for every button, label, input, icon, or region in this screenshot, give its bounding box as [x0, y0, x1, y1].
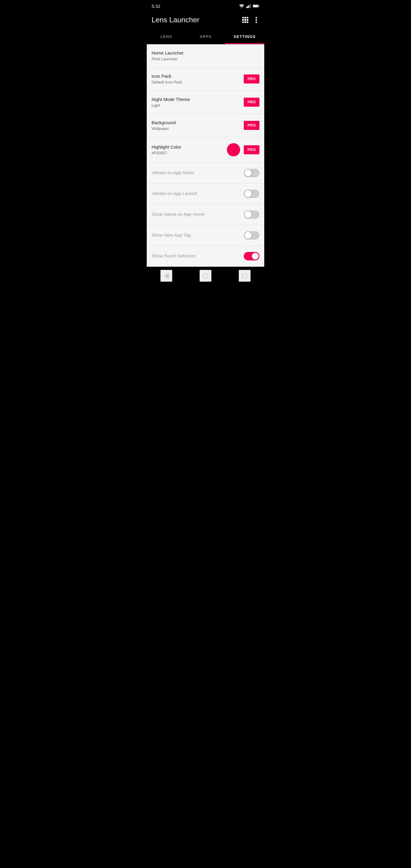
toggle-thumb-vibrate-launch — [245, 190, 251, 197]
toggle-new-app-tag[interactable] — [244, 231, 259, 240]
setting-title-show-name: Show Name on App Hover — [152, 212, 244, 217]
tab-settings[interactable]: SETTINGS — [225, 30, 264, 44]
setting-item-vibrate-launch[interactable]: Vibrate on App Launch — [147, 184, 264, 204]
setting-text-vibrate-launch: Vibrate on App Launch — [152, 191, 244, 197]
setting-title-night-mode: Night Mode Theme — [152, 97, 244, 102]
highlight-color-swatch — [227, 143, 240, 156]
setting-title-vibrate-hover: Vibrate on App Hover — [152, 170, 244, 175]
toggle-thumb-touch-selection — [252, 253, 258, 259]
app-bar: Lens Launcher — [147, 12, 264, 30]
svg-rect-3 — [248, 5, 249, 8]
grid-icon — [242, 17, 248, 23]
back-icon — [164, 273, 169, 279]
pro-badge-background: PRO — [244, 121, 259, 130]
toggle-show-name[interactable] — [244, 210, 259, 219]
pro-badge-icon-pack: PRO — [244, 74, 259, 84]
setting-text-show-name: Show Name on App Hover — [152, 212, 244, 218]
setting-text-touch-selection: Show Touch Selection — [152, 253, 244, 259]
setting-text-new-app-tag: Show New App Tag — [152, 232, 244, 239]
setting-subtitle-night-mode: Light — [152, 103, 244, 107]
home-icon — [203, 273, 208, 278]
setting-item-night-mode[interactable]: Night Mode Theme Light PRO — [147, 91, 264, 114]
more-options-icon — [255, 17, 257, 23]
setting-title-vibrate-launch: Vibrate on App Launch — [152, 191, 244, 196]
toggle-thumb-new-app-tag — [245, 232, 251, 239]
setting-text-icon-pack: Icon Pack Default Icon Pack — [152, 73, 244, 84]
setting-title-background: Background — [152, 120, 244, 125]
svg-rect-1 — [246, 7, 247, 8]
signal-icon — [246, 4, 251, 8]
grid-view-button[interactable] — [240, 14, 251, 25]
setting-item-icon-pack[interactable]: Icon Pack Default Icon Pack PRO — [147, 67, 264, 91]
setting-item-background[interactable]: Background Wallpaper PRO — [147, 114, 264, 137]
more-options-button[interactable] — [253, 14, 259, 25]
setting-text-background: Background Wallpaper — [152, 120, 244, 131]
bottom-navigation — [147, 267, 264, 285]
setting-text-night-mode: Night Mode Theme Light — [152, 97, 244, 107]
svg-point-0 — [241, 7, 242, 8]
setting-item-new-app-tag[interactable]: Show New App Tag — [147, 225, 264, 246]
battery-icon — [253, 4, 259, 8]
app-title: Lens Launcher — [152, 16, 199, 24]
setting-title-touch-selection: Show Touch Selection — [152, 253, 244, 258]
home-button[interactable] — [199, 270, 212, 282]
svg-rect-8 — [253, 5, 258, 7]
tab-bar: LENS APPS SETTINGS — [147, 30, 264, 44]
setting-item-home-launcher[interactable]: Home Launcher Pixel Launcher — [147, 44, 264, 67]
setting-item-highlight-color[interactable]: Highlight Color #F50057 PRO — [147, 137, 264, 163]
app-bar-actions — [240, 14, 259, 25]
svg-rect-4 — [249, 4, 250, 8]
setting-text-highlight-color: Highlight Color #F50057 — [152, 144, 227, 155]
wifi-icon — [239, 4, 244, 8]
svg-rect-2 — [247, 6, 248, 8]
setting-subtitle-highlight-color: #F50057 — [152, 151, 227, 155]
toggle-thumb-show-name — [245, 211, 251, 218]
status-time: 5:32 — [152, 4, 160, 9]
setting-subtitle-icon-pack: Default Icon Pack — [152, 80, 244, 84]
toggle-vibrate-launch[interactable] — [244, 190, 259, 198]
tab-lens[interactable]: LENS — [147, 30, 186, 44]
toggle-vibrate-hover[interactable] — [244, 169, 259, 177]
back-button[interactable] — [160, 270, 172, 282]
pro-badge-highlight-color: PRO — [244, 145, 259, 154]
setting-title-home-launcher: Home Launcher — [152, 50, 259, 56]
setting-title-icon-pack: Icon Pack — [152, 73, 244, 79]
toggle-thumb-vibrate-hover — [245, 170, 251, 176]
settings-content: Home Launcher Pixel Launcher Icon Pack D… — [147, 44, 264, 267]
tab-apps[interactable]: APPS — [186, 30, 225, 44]
toggle-touch-selection[interactable] — [244, 252, 259, 260]
svg-rect-5 — [250, 4, 251, 8]
svg-point-11 — [255, 22, 257, 23]
recents-button[interactable] — [239, 270, 251, 282]
setting-subtitle-home-launcher: Pixel Launcher — [152, 57, 259, 61]
svg-rect-7 — [258, 5, 259, 6]
setting-title-highlight-color: Highlight Color — [152, 144, 227, 150]
pro-badge-night-mode: PRO — [244, 98, 259, 107]
setting-text-vibrate-hover: Vibrate on App Hover — [152, 170, 244, 176]
status-bar: 5:32 — [147, 0, 264, 12]
svg-point-9 — [255, 17, 257, 19]
status-icons — [239, 4, 259, 8]
setting-item-show-name[interactable]: Show Name on App Hover — [147, 204, 264, 225]
setting-item-touch-selection[interactable]: Show Touch Selection — [147, 246, 264, 267]
svg-point-10 — [255, 19, 257, 21]
setting-title-new-app-tag: Show New App Tag — [152, 232, 244, 238]
setting-subtitle-background: Wallpaper — [152, 126, 244, 131]
setting-text-home-launcher: Home Launcher Pixel Launcher — [152, 50, 259, 61]
setting-item-vibrate-hover[interactable]: Vibrate on App Hover — [147, 163, 264, 184]
recents-icon — [242, 273, 247, 278]
